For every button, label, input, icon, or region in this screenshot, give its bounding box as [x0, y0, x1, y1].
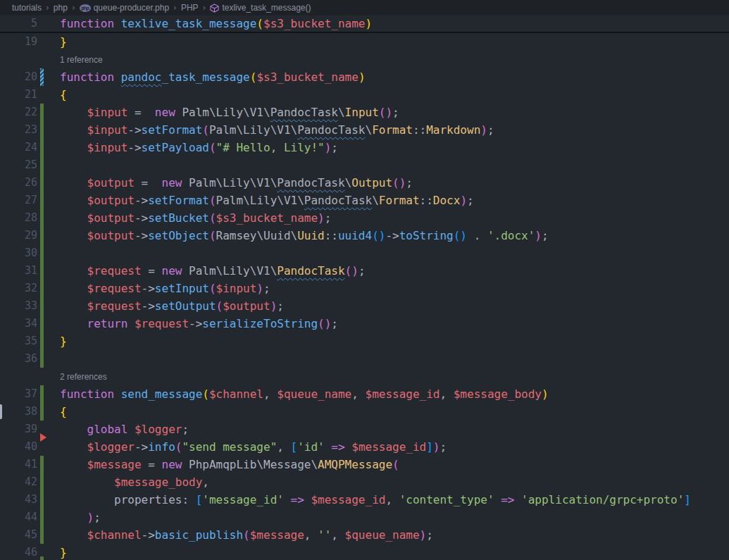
sticky-scroll-line[interactable]: 5function texlive_task_message($s3_bucke… — [0, 15, 729, 33]
breadcrumb-item-tutorials[interactable]: tutorials — [12, 3, 42, 13]
code-line-text[interactable]: } — [60, 33, 67, 51]
code-line-text[interactable]: function pandoc_task_message($s3_bucket_… — [60, 68, 366, 86]
line-number[interactable]: 27 — [0, 192, 37, 209]
line-number[interactable]: 38 — [0, 403, 37, 421]
gutter-added-marker[interactable] — [40, 209, 44, 227]
codelens-reference-link[interactable]: 1 reference — [60, 51, 103, 68]
code-line-text[interactable]: ); — [60, 509, 101, 526]
code-line-text[interactable]: $output->setObject(Ramsey\Uuid\Uuid::uui… — [60, 227, 549, 244]
sticky-line-number[interactable]: 5 — [0, 15, 37, 32]
code-line[interactable]: 33 $request->setOutput($output); — [0, 297, 729, 315]
line-number[interactable]: 46 — [0, 544, 37, 560]
breadcrumb-item-php[interactable]: PHP — [181, 3, 199, 13]
line-number[interactable]: 39 — [0, 421, 37, 438]
line-number[interactable]: 22 — [0, 104, 37, 121]
code-line[interactable]: 23 $input->setFormat(Palm\Lily\V1\Pandoc… — [0, 121, 729, 139]
code-line-text[interactable]: { — [60, 403, 67, 421]
line-number[interactable]: 30 — [0, 244, 37, 262]
line-number[interactable]: 20 — [0, 68, 37, 86]
line-number[interactable]: 24 — [0, 139, 37, 156]
gutter-added-marker[interactable] — [40, 192, 44, 209]
gutter-deleted-marker[interactable] — [40, 433, 46, 442]
code-line[interactable]: 31 $request = new Palm\Lily\V1\PandocTas… — [0, 262, 729, 280]
code-line-text[interactable]: $output->setFormat(Palm\Lily\V1\PandocTa… — [60, 192, 474, 209]
line-number[interactable]: 35 — [0, 332, 37, 350]
codelens-row[interactable]: 2 references — [0, 368, 729, 385]
gutter-added-marker[interactable] — [40, 156, 44, 174]
gutter-added-marker[interactable] — [40, 244, 44, 262]
code-line[interactable]: 42 $message_body, — [0, 473, 729, 491]
gutter-modified-marker[interactable] — [40, 68, 44, 86]
code-line[interactable]: 25 — [0, 156, 729, 174]
code-line[interactable]: 41 $message = new PhpAmqpLib\Message\AMQ… — [0, 456, 729, 473]
code-line[interactable]: 38{ — [0, 403, 729, 421]
code-line[interactable]: 21{ — [0, 86, 729, 104]
gutter-added-marker[interactable] — [40, 280, 44, 297]
gutter-added-marker[interactable] — [40, 332, 44, 350]
code-line[interactable]: 40 $logger->info("send message", ['id' =… — [0, 438, 729, 456]
code-line-text[interactable]: $input = new Palm\Lily\V1\PandocTask\Inp… — [60, 104, 399, 121]
codelens-row[interactable]: 1 reference — [0, 51, 729, 68]
sticky-line-code[interactable]: function texlive_task_message($s3_bucket… — [60, 15, 372, 32]
gutter-added-marker[interactable] — [40, 350, 44, 368]
gutter-added-marker[interactable] — [40, 526, 44, 544]
code-line-text[interactable]: $channel->basic_publish($message, '', $q… — [60, 526, 433, 544]
gutter-added-marker[interactable] — [40, 297, 44, 315]
code-line[interactable]: 35} — [0, 332, 729, 350]
code-line[interactable]: 34 return $request->serializeToString(); — [0, 315, 729, 332]
code-line-text[interactable]: $logger->info("send message", ['id' => $… — [60, 438, 447, 456]
line-number[interactable]: 45 — [0, 526, 37, 544]
code-line-text[interactable]: $request->setOutput($output); — [60, 297, 284, 315]
gutter-added-marker[interactable] — [40, 385, 44, 403]
code-editor[interactable]: 19}1 reference20function pandoc_task_mes… — [0, 33, 729, 560]
gutter-added-marker[interactable] — [40, 139, 44, 156]
line-number[interactable]: 19 — [0, 33, 37, 51]
gutter-added-marker[interactable] — [40, 121, 44, 139]
code-line[interactable]: 32 $request->setInput($input); — [0, 280, 729, 297]
code-line[interactable]: 44 ); — [0, 509, 729, 526]
line-number[interactable]: 33 — [0, 297, 37, 315]
gutter-added-marker[interactable] — [40, 315, 44, 332]
gutter-added-marker[interactable] — [40, 509, 44, 526]
gutter-added-marker[interactable] — [40, 473, 44, 491]
code-line[interactable]: 36 — [0, 350, 729, 368]
code-line[interactable]: 30 — [0, 244, 729, 262]
code-line[interactable]: 39 global $logger; — [0, 421, 729, 438]
code-line[interactable]: 45 $channel->basic_publish($message, '',… — [0, 526, 729, 544]
line-number[interactable]: 25 — [0, 156, 37, 174]
gutter-added-marker[interactable] — [40, 403, 44, 421]
line-number[interactable]: 21 — [0, 86, 37, 104]
code-line-text[interactable]: $input->setPayload("# Hello, Lily!"); — [60, 139, 338, 156]
breadcrumb-item-texlive-task-message-[interactable]: texlive_task_message() — [210, 3, 311, 13]
code-line-text[interactable]: $output->setBucket($s3_bucket_name); — [60, 209, 331, 227]
code-line[interactable]: 37function send_message($channel, $queue… — [0, 385, 729, 403]
line-number[interactable]: 41 — [0, 456, 37, 473]
gutter-added-marker[interactable] — [40, 456, 44, 473]
code-line-text[interactable]: global $logger; — [60, 421, 189, 438]
line-number[interactable]: 31 — [0, 262, 37, 280]
code-line[interactable]: 26 $output = new Palm\Lily\V1\PandocTask… — [0, 174, 729, 192]
code-line[interactable]: 46} — [0, 544, 729, 560]
code-line[interactable]: 29 $output->setObject(Ramsey\Uuid\Uuid::… — [0, 227, 729, 244]
gutter-added-marker[interactable] — [40, 262, 44, 280]
code-line-text[interactable]: $output = new Palm\Lily\V1\PandocTask\Ou… — [60, 174, 413, 192]
code-line-text[interactable]: } — [60, 332, 67, 350]
line-number[interactable]: 28 — [0, 209, 37, 227]
code-line[interactable]: 19} — [0, 33, 729, 51]
code-line-text[interactable]: } — [60, 544, 67, 560]
breadcrumb-item-php[interactable]: php — [54, 3, 68, 13]
code-line-text[interactable]: $request = new Palm\Lily\V1\PandocTask()… — [60, 262, 366, 280]
code-line-text[interactable]: $message_body, — [60, 473, 209, 491]
gutter-added-marker[interactable] — [40, 491, 44, 509]
line-number[interactable]: 44 — [0, 509, 37, 526]
line-number[interactable]: 40 — [0, 438, 37, 456]
code-line-text[interactable]: $request->setInput($input); — [60, 280, 270, 297]
code-line[interactable]: 28 $output->setBucket($s3_bucket_name); — [0, 209, 729, 227]
code-line[interactable]: 27 $output->setFormat(Palm\Lily\V1\Pando… — [0, 192, 729, 209]
code-line-text[interactable]: $input->setFormat(Palm\Lily\V1\PandocTas… — [60, 121, 494, 139]
code-line[interactable]: 22 $input = new Palm\Lily\V1\PandocTask\… — [0, 104, 729, 121]
line-number[interactable]: 43 — [0, 491, 37, 509]
code-line-text[interactable]: properties: ['message_id' => $message_id… — [60, 491, 691, 509]
line-number[interactable]: 29 — [0, 227, 37, 244]
code-line-text[interactable]: { — [60, 86, 67, 104]
